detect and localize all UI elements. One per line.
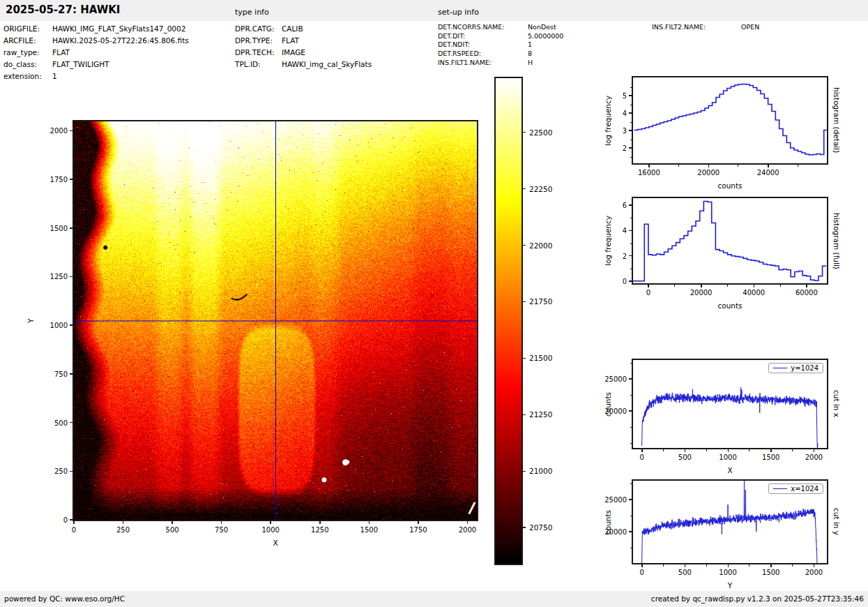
hist_full-yminor (630, 243, 632, 244)
cut_y-xtick-label: 1000 (719, 569, 736, 576)
setup-info-value: 1 (528, 40, 532, 48)
cut_y-yminor (630, 484, 632, 484)
type-info-value: CALIB (282, 24, 303, 33)
hist_detail-xtick (768, 165, 769, 167)
hist_full-ytick (629, 204, 632, 206)
colorbar-tick-label: 22500 (529, 128, 552, 137)
main-xtick (172, 521, 173, 524)
main-xtick-label: 500 (166, 526, 179, 534)
type-info-label: DPR.TYPE: (235, 36, 273, 45)
main-ytick-label: 1250 (50, 273, 68, 280)
cut_y-ytick (629, 531, 632, 532)
hist_full-ytick-label: 0 (623, 278, 627, 285)
cut_y-yminor (630, 548, 632, 548)
setup-info-label: DET.NCORRS.NAME: (438, 23, 505, 31)
file-info-label: extension: (3, 72, 42, 80)
hist_full-side-label: histogram (full) (832, 186, 841, 296)
setup-info-value: 5.0000000 (528, 32, 563, 40)
setup-info-label: DET.NDIT: (438, 40, 470, 48)
colorbar-tick (523, 527, 526, 528)
main-ytick (70, 130, 73, 132)
hist_detail-xminor (738, 165, 738, 167)
main-ytick (70, 519, 73, 520)
hist_detail-xtick-label: 20000 (697, 169, 719, 177)
colorbar-tick (523, 245, 526, 246)
file-info-value: FLAT_TWILIGHT (52, 60, 109, 68)
cut_x-xtick-label: 2000 (805, 454, 823, 461)
cut_x-legend-line (773, 368, 787, 368)
cut_x-xtick (814, 449, 815, 452)
main-ytick (70, 471, 73, 472)
setup-info-right-label: INS.FILT2.NAME: (652, 23, 706, 31)
colorbar-tick (523, 414, 526, 416)
setup-info-label: DET.RSPEED: (438, 50, 481, 57)
main-xtick-label: 750 (215, 526, 228, 534)
hist_full-yaxis-label: log frequency (604, 198, 612, 283)
flat-image-canvas (74, 121, 477, 520)
colorbar-tick-label: 22000 (529, 241, 552, 250)
hist_detail-yminor (630, 87, 632, 88)
cut_x-yminor (630, 363, 632, 364)
cut_y-yminor (630, 516, 632, 516)
hist_detail-yaxis-label: log frequency (604, 77, 612, 163)
cut_x-xtick (685, 449, 686, 452)
cut_y-legend: x=1024 (768, 484, 823, 494)
hist_full-xminor (780, 285, 781, 287)
main-xtick (319, 521, 321, 524)
type-info-label: DPR.CATG: (235, 24, 274, 33)
cut_x-xaxis-label: X (633, 466, 827, 474)
type-info-value: HAWKI_img_cal_SkyFlats (282, 60, 372, 68)
main-xtick-label: 0 (72, 526, 76, 534)
cut_y-side-label: cut in y (832, 481, 841, 563)
hist_detail-ytick (629, 95, 632, 96)
hist_full-ytick (629, 255, 632, 257)
hist_detail-ytick-label: 5 (623, 92, 627, 100)
cut_x-legend: y=1024 (768, 363, 823, 373)
colorbar-canvas (496, 78, 521, 564)
hist_full-yminor (630, 269, 632, 269)
main-xaxis-label: X (74, 539, 477, 547)
file-info-label: do_class: (3, 60, 37, 68)
main-ytick-label: 1000 (50, 322, 68, 329)
hist_detail-xminor (678, 165, 679, 167)
setup-info-value: 8 (528, 50, 532, 57)
cut_y-xtick (641, 564, 643, 567)
hist_detail-xminor (798, 165, 798, 167)
cut_x-xminor (792, 449, 793, 451)
hist_detail-xtick (708, 165, 710, 167)
hist_detail-side-label: histogram (detail) (832, 65, 841, 176)
hist_full-xtick (701, 285, 702, 287)
main-ytick (70, 179, 73, 180)
footer-powered-by: powered by QC: www.eso.org/HC (4, 594, 125, 603)
cut_y-yaxis-label: counts (604, 481, 612, 563)
file-info-value: HAWKI_IMG_FLAT_SkyFlats147_0002 (52, 24, 185, 33)
hist_detail-ytick-label: 3 (623, 127, 627, 135)
cut_y-xtick-label: 2000 (805, 569, 823, 576)
cut_x-yminor (630, 395, 632, 396)
file-info-value: HAWKI.2025-05-27T22:26:45.806.fits (52, 36, 189, 45)
cut_x-yaxis-label: counts (604, 360, 612, 448)
cut_x-xtick (728, 449, 729, 452)
hist_detail-ytick (629, 112, 632, 114)
file-info-label: raw_type: (3, 48, 40, 57)
main-ytick-label: 0 (63, 516, 68, 524)
cut_y-legend-line (773, 488, 787, 489)
setup-info-label: DET.DIT: (438, 32, 465, 40)
main-ytick (70, 373, 73, 375)
hist_full-xtick-label: 0 (646, 289, 650, 297)
main-xtick-label: 1750 (409, 526, 427, 534)
cut_x-yminor (630, 443, 632, 444)
cut_y-xtick (685, 564, 686, 567)
cut_y-xminor (706, 564, 707, 567)
cut_x-side-label: cut in x (832, 360, 841, 448)
hist_detail-ytick-label: 4 (623, 110, 627, 117)
hist_full-ytick-label: 6 (623, 202, 627, 209)
colorbar-tick-label: 20750 (529, 523, 552, 532)
hist_detail-canvas (633, 77, 827, 163)
hist_detail-xtick (648, 165, 650, 167)
hist_detail-ytick (629, 130, 632, 131)
hist_detail-yminor (630, 140, 632, 140)
type-info-value: FLAT (282, 36, 299, 45)
main-xtick (73, 521, 75, 524)
cut_x-xtick (641, 449, 643, 452)
